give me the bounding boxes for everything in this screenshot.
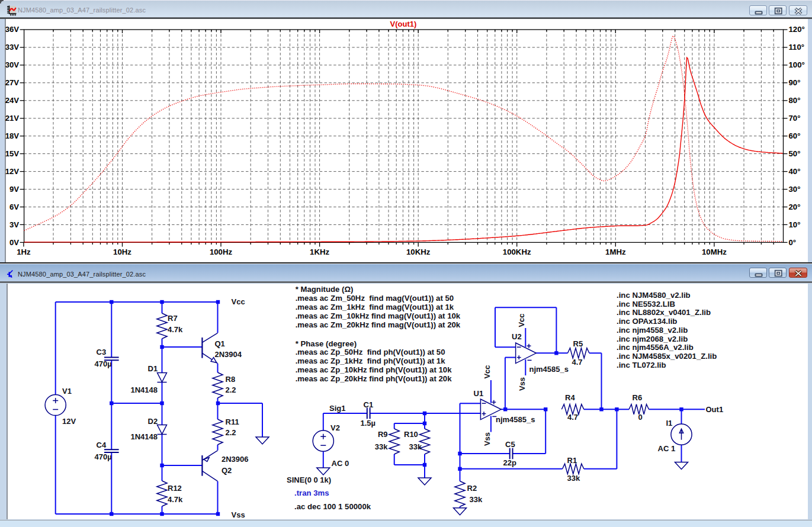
svg-text:0°: 0°: [789, 238, 797, 247]
svg-text:20°: 20°: [789, 203, 801, 211]
svg-text:33k: 33k: [375, 442, 388, 451]
svg-text:Vss: Vss: [483, 432, 492, 446]
svg-text:C4: C4: [97, 441, 107, 449]
svg-text:D1: D1: [148, 364, 158, 373]
svg-text:R10: R10: [404, 430, 418, 439]
svg-text:33V: 33V: [5, 43, 20, 52]
svg-text:24V: 24V: [5, 96, 20, 105]
svg-text:1N4148: 1N4148: [131, 385, 158, 394]
svg-text:21V: 21V: [5, 114, 20, 123]
svg-text:D2: D2: [148, 417, 158, 426]
svg-text:4.7: 4.7: [567, 413, 578, 422]
svg-text:C5: C5: [505, 440, 515, 449]
svg-text:Q1: Q1: [215, 339, 225, 348]
svg-text:4.7k: 4.7k: [168, 325, 183, 334]
svg-text:njm4585_s: njm4585_s: [496, 415, 535, 424]
svg-text:4.7: 4.7: [572, 358, 583, 367]
svg-text:R6: R6: [633, 393, 643, 402]
svg-text:V1: V1: [62, 387, 72, 396]
svg-text:njm4585_s: njm4585_s: [529, 365, 569, 374]
svg-text:60°: 60°: [789, 131, 801, 140]
svg-text:R12: R12: [168, 484, 182, 493]
svg-text:90°: 90°: [789, 78, 801, 87]
svg-text:Vcc: Vcc: [483, 365, 492, 378]
svg-text:33k: 33k: [470, 495, 483, 504]
svg-text:4.7k: 4.7k: [168, 495, 183, 504]
svg-text:R2: R2: [467, 484, 477, 493]
svg-text:R8: R8: [226, 375, 236, 384]
svg-text:9V: 9V: [9, 185, 19, 194]
svg-text:120°: 120°: [789, 25, 805, 34]
svg-text:1KHz: 1KHz: [310, 248, 329, 256]
svg-text:R1: R1: [567, 456, 577, 465]
svg-text:30V: 30V: [5, 60, 20, 69]
svg-text:33k: 33k: [409, 442, 422, 451]
svg-text:10KHz: 10KHz: [406, 248, 431, 256]
svg-text:V(out1): V(out1): [390, 20, 417, 28]
svg-text:0V: 0V: [9, 238, 19, 247]
svg-text:80°: 80°: [789, 96, 801, 105]
svg-text:R9: R9: [378, 430, 388, 439]
svg-text:50°: 50°: [789, 149, 801, 158]
svg-text:0: 0: [638, 413, 643, 422]
svg-text:470µ: 470µ: [95, 359, 112, 368]
svg-text:1.5µ: 1.5µ: [361, 419, 376, 428]
svg-text:2N3906: 2N3906: [222, 455, 249, 464]
svg-text:R5: R5: [573, 339, 583, 348]
svg-text:2N3904: 2N3904: [215, 350, 242, 359]
svg-text:Vss: Vss: [232, 510, 245, 519]
svg-text:R11: R11: [226, 417, 239, 426]
svg-text:22p: 22p: [503, 458, 516, 467]
svg-text:2.2: 2.2: [226, 428, 236, 437]
svg-text:40°: 40°: [789, 167, 801, 176]
svg-text:100°: 100°: [789, 60, 805, 69]
svg-text:12V: 12V: [62, 417, 76, 426]
svg-text:Out1: Out1: [706, 405, 724, 414]
svg-text:1Hz: 1Hz: [17, 248, 31, 256]
svg-text:6V: 6V: [9, 203, 19, 211]
svg-text:10MHz: 10MHz: [702, 248, 727, 256]
svg-text:100Hz: 100Hz: [210, 248, 233, 256]
svg-text:470µ: 470µ: [95, 452, 112, 461]
svg-text:12V: 12V: [5, 167, 20, 176]
svg-text:36V: 36V: [5, 25, 20, 34]
svg-text:Vcc: Vcc: [232, 297, 245, 306]
svg-text:SINE(0 0 1k): SINE(0 0 1k): [287, 475, 331, 484]
svg-text:18V: 18V: [5, 131, 20, 140]
svg-text:U1: U1: [474, 389, 484, 398]
svg-text:15V: 15V: [5, 149, 20, 158]
svg-text:2.2: 2.2: [226, 385, 236, 394]
svg-text:C3: C3: [97, 348, 107, 356]
svg-text:100KHz: 100KHz: [503, 248, 531, 256]
svg-text:C1: C1: [364, 400, 374, 409]
svg-text:1MHz: 1MHz: [605, 248, 626, 256]
svg-text:U2: U2: [512, 332, 522, 341]
svg-text:33k: 33k: [567, 474, 580, 483]
svg-text:10Hz: 10Hz: [113, 248, 131, 256]
svg-text:Vss: Vss: [518, 377, 527, 391]
svg-text:110°: 110°: [789, 43, 805, 52]
svg-text:Q2: Q2: [222, 466, 232, 475]
svg-text:1N4148: 1N4148: [131, 432, 158, 441]
svg-text:V2: V2: [330, 423, 340, 432]
svg-text:R4: R4: [565, 393, 575, 402]
svg-text:Sig1: Sig1: [329, 404, 345, 413]
svg-text:27V: 27V: [5, 78, 20, 87]
svg-text:AC 1: AC 1: [658, 444, 676, 453]
svg-text:I1: I1: [666, 419, 673, 428]
svg-text:10°: 10°: [789, 220, 801, 229]
svg-text:70°: 70°: [789, 114, 801, 123]
svg-text:AC 0: AC 0: [332, 459, 349, 468]
svg-text:Vcc: Vcc: [517, 313, 526, 327]
svg-text:R7: R7: [168, 314, 178, 323]
svg-text:30°: 30°: [789, 185, 801, 194]
svg-text:3V: 3V: [9, 220, 19, 229]
